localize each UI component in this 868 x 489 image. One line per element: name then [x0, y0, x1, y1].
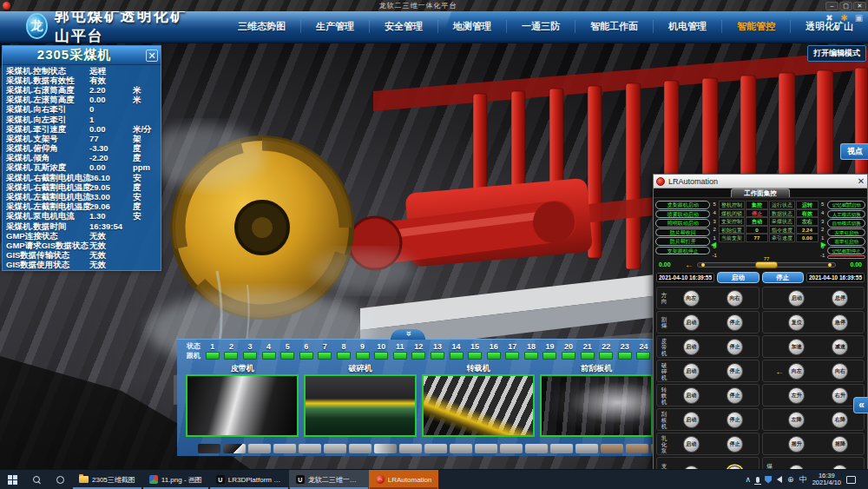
mode-button[interactable]: 记忆截割停止 — [827, 247, 865, 255]
panel-close-icon[interactable]: ✕ — [146, 50, 158, 62]
workface-control-tab[interactable]: 工作面集控 — [731, 188, 790, 197]
film-cell[interactable] — [273, 444, 296, 453]
film-cell[interactable] — [626, 444, 648, 453]
mode-button[interactable]: 防片帮打开 — [655, 237, 710, 246]
nav-menu-item[interactable]: 智能管控 — [722, 20, 791, 33]
ime-indicator[interactable]: 中 — [799, 475, 807, 484]
control-button[interactable]: 左降 — [788, 412, 805, 428]
mode-button[interactable]: 支架跟机停止 — [655, 247, 710, 255]
camera-video[interactable] — [540, 374, 653, 437]
taskbar-task-paint[interactable]: 11.png - 画图 — [142, 470, 209, 489]
film-cell[interactable] — [198, 444, 220, 453]
control-button[interactable]: 启动 — [683, 314, 700, 331]
notification-center-icon[interactable] — [846, 476, 856, 484]
control-button[interactable]: 启动 — [683, 387, 700, 404]
taskbar-task-platform[interactable]: U 龙软二三维一体化... — [289, 470, 369, 489]
lr-close-icon[interactable]: ✕ — [855, 176, 867, 186]
control-button[interactable]: 停止 — [727, 314, 743, 331]
monitor-icon[interactable]: ▣ — [853, 12, 865, 23]
control-button[interactable]: 向左 — [788, 363, 805, 380]
control-button[interactable]: 摇升 — [788, 436, 805, 453]
tray-expand-icon[interactable]: ∧ — [745, 475, 751, 484]
start-button[interactable] — [0, 470, 25, 489]
control-button[interactable]: 停止 — [727, 412, 743, 428]
camera-video[interactable] — [304, 374, 417, 437]
network-icon[interactable]: ⊕ — [787, 475, 794, 484]
minimize-button[interactable]: – — [825, 2, 838, 10]
task-view-button[interactable] — [49, 470, 72, 489]
control-button[interactable]: 减速 — [832, 339, 848, 355]
control-button[interactable]: 停止 — [727, 436, 743, 453]
film-cell[interactable] — [349, 444, 372, 453]
open-edit-mode-button[interactable]: 打开编辑模式 — [807, 45, 866, 62]
mode-button[interactable]: 支架跟机启动 — [655, 201, 710, 209]
speaker-icon[interactable] — [777, 476, 782, 483]
mode-button[interactable]: 人工模式切换 — [827, 210, 865, 219]
nav-menu-item[interactable]: 安全管理 — [370, 20, 438, 33]
control-button[interactable]: 总停 — [832, 290, 848, 307]
nav-menu-item[interactable]: 地测管理 — [438, 20, 507, 33]
control-button[interactable]: 启动 — [683, 436, 700, 453]
slider-knob[interactable] — [755, 261, 778, 268]
film-cell[interactable] — [424, 444, 447, 453]
control-button[interactable]: 停止 — [727, 339, 743, 355]
taskbar-task-lr3dplatform[interactable]: U LR3DPlatform - U... — [209, 470, 289, 489]
nav-menu-item[interactable]: 智能工作面 — [575, 20, 654, 33]
nav-menu-item[interactable]: 三维态势图 — [223, 20, 301, 33]
control-button[interactable]: 启动 — [683, 412, 700, 428]
control-button[interactable]: 向右 — [727, 290, 743, 307]
camera-feed[interactable]: 皮带机 — [186, 363, 299, 437]
taskbar-search[interactable] — [25, 470, 49, 489]
control-button[interactable]: 右升 — [832, 387, 848, 404]
control-button[interactable]: 复位 — [788, 314, 805, 331]
camera-feed[interactable]: 前刮板机 — [540, 363, 653, 437]
control-button[interactable]: 左升 — [788, 387, 805, 404]
nav-menu-item[interactable]: 机电管理 — [654, 20, 722, 33]
taskbar-task-lrautomation[interactable]: ◠ LRAutomation — [369, 470, 439, 489]
camera-feed[interactable]: 破碎机 — [304, 363, 417, 437]
film-cell[interactable] — [575, 444, 598, 453]
mode-button[interactable]: 防片帮收回 — [655, 228, 710, 237]
maximize-button[interactable]: ▢ — [839, 2, 852, 10]
mode-button[interactable]: 自动模式切换 — [827, 219, 865, 228]
clock[interactable]: 16:39 2021/4/10 — [812, 472, 841, 487]
microphone-icon[interactable] — [756, 477, 760, 483]
control-button[interactable]: 加速 — [788, 339, 805, 355]
control-button[interactable]: 停止 — [727, 387, 743, 404]
control-button[interactable]: 向左 — [683, 290, 700, 307]
taskbar-task-folder[interactable]: 2305三维截图 — [72, 470, 142, 489]
panel-header[interactable]: 2305采煤机 ✕ — [3, 46, 161, 65]
nav-menu-item[interactable]: 生产管理 — [301, 20, 370, 33]
film-cell[interactable] — [550, 444, 573, 453]
camera-video[interactable] — [422, 374, 535, 437]
control-button[interactable]: 启动 — [788, 290, 805, 307]
mode-button[interactable]: 照明联动启动 — [655, 219, 710, 228]
lr-titlebar[interactable]: LRAutomation ✕ — [654, 175, 867, 188]
mode-button[interactable]: 右牵引启动 — [827, 237, 865, 246]
film-cell[interactable] — [525, 444, 548, 453]
camera-feed[interactable]: 转载机 — [422, 363, 535, 437]
alarm-button[interactable]: 自动模式报警 — [827, 255, 865, 259]
control-button[interactable]: 停止 — [727, 363, 743, 380]
film-cell[interactable] — [500, 444, 523, 453]
film-cell[interactable] — [475, 444, 497, 453]
mode-button[interactable]: 喷雾联动启动 — [655, 210, 710, 219]
film-cell[interactable] — [374, 444, 397, 453]
close-button[interactable]: ✕ — [853, 2, 866, 10]
nav-menu-item[interactable]: 一通三防 — [507, 20, 575, 33]
film-cell[interactable] — [399, 444, 422, 453]
start-button[interactable]: 启动 — [717, 272, 759, 283]
camera-video[interactable] — [186, 374, 299, 437]
window-titlebar[interactable]: 龙软二三维一体化平台 – ▢ ✕ — [0, 0, 868, 11]
film-cell[interactable] — [450, 444, 472, 453]
film-cell[interactable] — [299, 444, 321, 453]
control-button[interactable]: 右降 — [832, 412, 848, 428]
control-button[interactable]: 向右 — [832, 363, 848, 380]
control-button[interactable]: 启动 — [683, 363, 700, 380]
film-cell[interactable] — [223, 444, 246, 453]
tools-icon[interactable]: ✖ — [824, 12, 835, 23]
collapse-chevron-icon[interactable]: « — [853, 397, 868, 413]
panel-collapse-tab[interactable]: « — [391, 329, 425, 340]
mode-button[interactable]: 左牵引启动 — [827, 228, 865, 237]
slider-track[interactable]: 77 — [697, 262, 836, 268]
